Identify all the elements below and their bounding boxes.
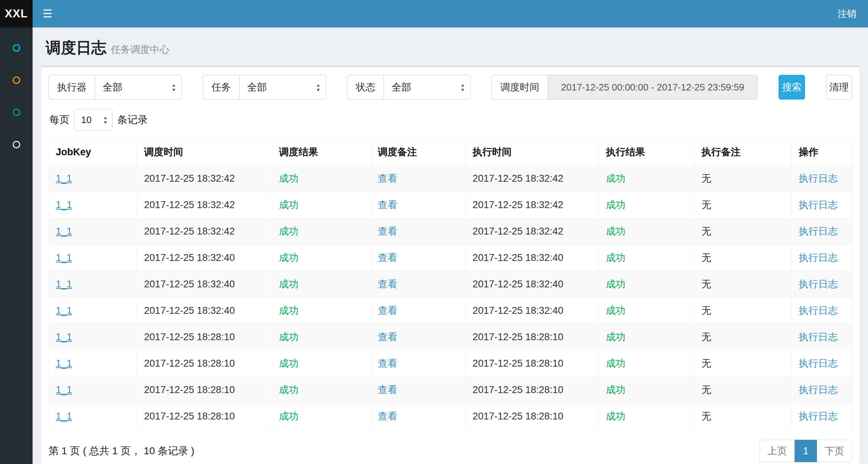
dispatch-remark-link[interactable]: 查看 <box>378 252 397 263</box>
arrow-up-icon: ▲ <box>460 83 465 87</box>
exec-time-cell: 2017-12-25 18:32:40 <box>465 245 599 271</box>
dispatch-time-cell: 2017-12-25 18:32:40 <box>137 271 272 298</box>
exec-log-link[interactable]: 执行日志 <box>799 226 838 237</box>
exec-result-cell: 成功 <box>599 377 694 403</box>
jobkey-link[interactable]: 1_1 <box>56 226 72 237</box>
circle-icon <box>13 76 20 84</box>
next-page-button[interactable]: 下页 <box>817 440 852 462</box>
clear-button[interactable]: 清理 <box>826 75 852 100</box>
exec-log-link[interactable]: 执行日志 <box>799 305 838 316</box>
dispatch-result-cell: 成功 <box>272 298 371 324</box>
dispatch-remark-link[interactable]: 查看 <box>378 411 397 422</box>
dispatch-time: 2017-12-25 18:32:42 <box>144 173 235 184</box>
dispatch-remark-link[interactable]: 查看 <box>378 332 397 342</box>
exec-result: 成功 <box>606 173 625 184</box>
logout-link[interactable]: 注销 <box>838 8 856 20</box>
executor-select[interactable]: 全部 ▲▼ <box>95 75 182 100</box>
dispatch-remark-link[interactable]: 查看 <box>378 226 397 237</box>
arrow-down-icon: ▼ <box>460 88 465 92</box>
dispatch-remark-link[interactable]: 查看 <box>378 305 397 316</box>
exec-log-link[interactable]: 执行日志 <box>799 411 838 422</box>
exec-result-cell: 成功 <box>599 192 694 218</box>
circle-icon <box>13 44 20 52</box>
search-button[interactable]: 搜索 <box>779 75 805 100</box>
jobkey-link-cell: 1_1 <box>49 218 137 245</box>
jobkey-link-cell: 1_1 <box>49 271 137 298</box>
dispatch-remark-link[interactable]: 查看 <box>378 199 397 210</box>
table-row: 1_12017-12-25 18:32:42成功查看2017-12-25 18:… <box>49 218 852 245</box>
job-select[interactable]: 全部 ▲▼ <box>239 75 326 100</box>
jobkey-link[interactable]: 1_1 <box>56 305 72 316</box>
exec-time: 2017-12-25 18:28:10 <box>473 411 564 422</box>
jobkey-link[interactable]: 1_1 <box>56 279 72 290</box>
dispatch-remark-link[interactable]: 查看 <box>378 173 397 184</box>
dispatch-result: 成功 <box>279 411 299 422</box>
exec-log-link[interactable]: 执行日志 <box>799 252 838 263</box>
exec-result-cell: 成功 <box>599 245 694 271</box>
sidebar-item-4[interactable] <box>0 128 33 161</box>
dispatch-remark-link[interactable]: 查看 <box>378 358 397 369</box>
dispatch-time-cell: 2017-12-25 18:32:42 <box>137 192 272 218</box>
exec-time: 2017-12-25 18:32:40 <box>473 279 564 290</box>
perpage-select[interactable]: 10 ▲▼ <box>74 109 113 131</box>
dispatch-remark-link-cell: 查看 <box>371 324 465 350</box>
time-range-input[interactable]: 2017-12-25 00:00:00 - 2017-12-25 23:59:5… <box>548 75 758 100</box>
dispatch-remark-link[interactable]: 查看 <box>378 384 397 395</box>
jobkey-link[interactable]: 1_1 <box>56 252 72 263</box>
exec-log-link[interactable]: 执行日志 <box>799 279 838 290</box>
prev-page-button[interactable]: 上页 <box>759 440 795 462</box>
exec-time: 2017-12-25 18:32:42 <box>473 199 564 210</box>
exec-result: 成功 <box>606 411 625 422</box>
column-header: 调度结果 <box>272 139 371 165</box>
exec-log-link[interactable]: 执行日志 <box>799 332 838 342</box>
app-logo[interactable]: XXL <box>0 0 33 28</box>
dispatch-result: 成功 <box>279 199 299 210</box>
exec-remark: 无 <box>701 384 711 395</box>
dispatch-result-cell: 成功 <box>272 192 371 218</box>
exec-result: 成功 <box>606 358 625 369</box>
jobkey-link[interactable]: 1_1 <box>56 358 72 369</box>
sidebar-item-1[interactable] <box>0 32 33 64</box>
exec-result: 成功 <box>606 252 625 263</box>
exec-result-cell: 成功 <box>599 324 694 350</box>
pagination: 上页 1 下页 <box>759 440 852 462</box>
column-header: 操作 <box>792 139 852 165</box>
sidebar-item-2[interactable] <box>0 64 33 96</box>
exec-time: 2017-12-25 18:32:40 <box>473 252 564 263</box>
dispatch-result: 成功 <box>279 384 299 395</box>
exec-log-link[interactable]: 执行日志 <box>799 358 838 369</box>
exec-time: 2017-12-25 18:28:10 <box>473 384 564 395</box>
table-row: 1_12017-12-25 18:28:10成功查看2017-12-25 18:… <box>49 324 852 350</box>
jobkey-link[interactable]: 1_1 <box>56 199 72 210</box>
exec-time-cell: 2017-12-25 18:28:10 <box>465 403 599 430</box>
log-table-header-row: JobKey调度时间调度结果调度备注执行时间执行结果执行备注操作 <box>49 139 852 165</box>
sidebar-item-3[interactable] <box>0 96 33 128</box>
dispatch-result-cell: 成功 <box>272 271 371 298</box>
executor-filter-label: 执行器 <box>49 75 95 100</box>
arrow-up-icon: ▲ <box>103 116 108 119</box>
status-select[interactable]: 全部 ▲▼ <box>384 75 471 100</box>
sidebar-toggle-icon[interactable]: ☰ <box>43 8 52 19</box>
jobkey-link[interactable]: 1_1 <box>56 411 72 422</box>
exec-time-cell: 2017-12-25 18:32:42 <box>465 192 599 218</box>
exec-log-link[interactable]: 执行日志 <box>799 384 838 395</box>
dispatch-time: 2017-12-25 18:32:40 <box>144 305 235 316</box>
dispatch-time-cell: 2017-12-25 18:28:10 <box>137 403 272 430</box>
jobkey-link[interactable]: 1_1 <box>56 332 72 342</box>
jobkey-link[interactable]: 1_1 <box>56 384 72 395</box>
exec-result: 成功 <box>606 305 625 316</box>
exec-log-link-cell: 执行日志 <box>792 324 852 350</box>
exec-log-link-cell: 执行日志 <box>792 403 852 430</box>
exec-result: 成功 <box>606 199 625 210</box>
current-page-button[interactable]: 1 <box>795 440 817 462</box>
dispatch-result: 成功 <box>279 358 299 369</box>
exec-log-link[interactable]: 执行日志 <box>799 173 838 184</box>
jobkey-link[interactable]: 1_1 <box>56 173 72 184</box>
select-arrows-icon: ▲▼ <box>460 83 465 92</box>
exec-log-link[interactable]: 执行日志 <box>799 199 838 210</box>
arrow-down-icon: ▼ <box>103 121 108 124</box>
exec-log-link-cell: 执行日志 <box>792 271 852 298</box>
exec-time-cell: 2017-12-25 18:28:10 <box>465 350 599 377</box>
top-navbar: XXL ☰ 注销 <box>0 0 868 28</box>
dispatch-remark-link[interactable]: 查看 <box>378 279 397 290</box>
